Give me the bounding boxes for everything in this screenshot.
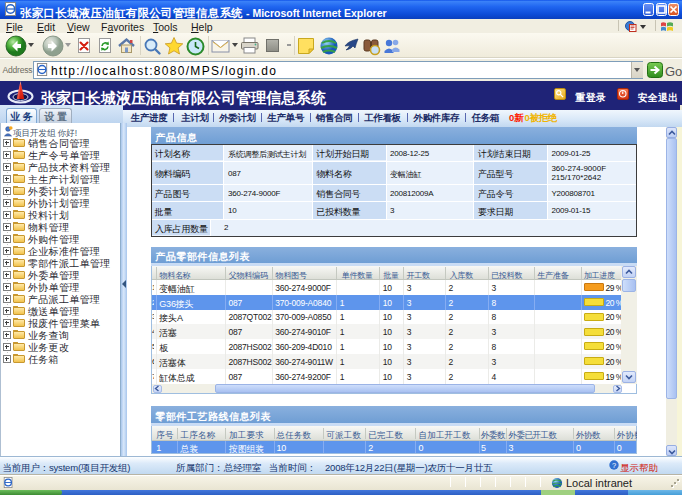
svg-text:?: ? xyxy=(611,461,615,470)
